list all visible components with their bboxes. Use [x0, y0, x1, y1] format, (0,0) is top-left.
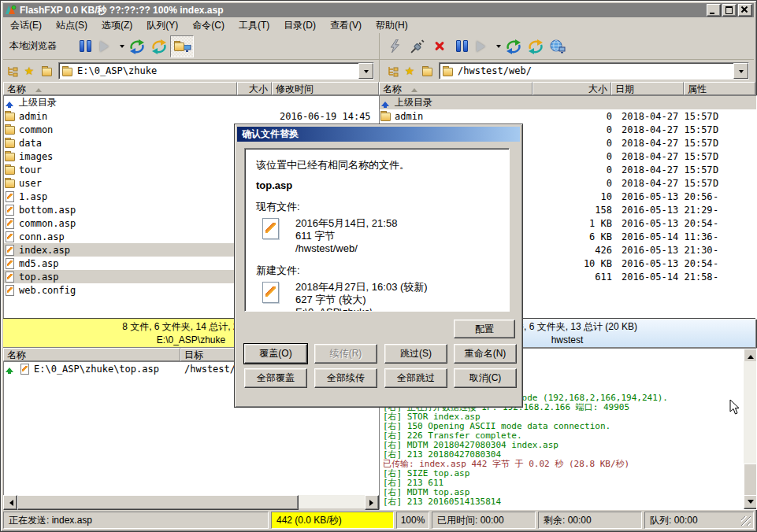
column-label: 目标 [184, 349, 203, 362]
flashfxp-window: FlashFXP 0.0 KB/秒 ??:??:?? 100% index.as… [0, 0, 757, 532]
rename-button[interactable]: 重命名(N) [454, 344, 517, 364]
menu-item-8[interactable]: 帮助(H) [369, 17, 415, 34]
menu-item-6[interactable]: 目录(D) [276, 17, 323, 34]
file-row[interactable]: 上级目录 [4, 96, 380, 109]
close-button[interactable] [738, 4, 752, 17]
local-folder-up-button[interactable]: ↑ [38, 63, 55, 79]
skip-all-button[interactable]: 全部跳过 [384, 368, 447, 388]
existing-file-size: 611 字节 [295, 230, 397, 242]
file-row[interactable]: 上级目录 [380, 96, 756, 109]
local-go-button[interactable] [96, 36, 118, 57]
remote-column-name[interactable]: 名称 [379, 82, 532, 95]
new-file-path: E:\0_ASP\zhuke\ [295, 306, 428, 312]
remote-transfer-button[interactable] [503, 36, 525, 57]
remote-site-button[interactable] [547, 36, 569, 57]
status-elapsed: 已用时间: 00:00 [432, 512, 536, 529]
file-size: 10 KB [533, 258, 612, 269]
config-button[interactable]: 配置 [454, 320, 515, 338]
menu-item-4[interactable]: 命令(C) [185, 17, 232, 34]
local-go-dropdown[interactable] [118, 36, 126, 57]
remote-column-date[interactable]: 日期 [611, 82, 684, 95]
file-attr: - [708, 258, 718, 269]
remote-disconnect-button[interactable] [429, 36, 451, 57]
remote-path-dropdown[interactable] [733, 63, 748, 79]
overwrite-button[interactable]: 覆盖(O) [244, 344, 307, 364]
remote-column-size[interactable]: 大小 [532, 82, 611, 95]
remote-refresh-button[interactable] [525, 36, 547, 57]
file-attr: D [708, 138, 718, 149]
dialog-title-bar[interactable]: 确认文件替换 [237, 127, 520, 142]
local-column-date[interactable]: 修改时间 [272, 82, 379, 95]
local-path-combo[interactable]: E:\0_ASP\zhuke [58, 62, 374, 79]
remote-quickconnect-button[interactable] [384, 36, 406, 57]
menu-item-2[interactable]: 选项(Z) [95, 17, 139, 34]
file-name-cell: common.asp [4, 217, 238, 229]
scroll-thumb[interactable] [744, 464, 757, 497]
file-date: 2018-04-27 15:57 [612, 138, 708, 149]
skip-button[interactable]: 跳过(S) [384, 344, 447, 364]
folder-icon [61, 65, 74, 77]
local-pause-button[interactable] [74, 36, 96, 57]
queue-column-name[interactable]: 名称 [3, 348, 180, 361]
menu-item-3[interactable]: 队列(Y) [139, 17, 185, 34]
file-size: 10 [533, 191, 612, 202]
new-file-size: 627 字节 (较大) [295, 294, 428, 306]
local-browser-toggle-button[interactable] [170, 35, 194, 57]
file-name-cell: conn.asp [4, 231, 238, 242]
local-path-bar: ★ ↑ E:\0_ASP\zhuke [3, 60, 380, 82]
file-date: 2016-05-14 11:36 [612, 231, 708, 242]
local-refresh-button[interactable] [148, 36, 170, 57]
file-name: common [19, 124, 53, 135]
remote-pause-button[interactable] [451, 36, 473, 57]
file-date: 2018-04-27 15:57 [612, 111, 708, 122]
remote-bookmarks-button[interactable]: ★ [401, 63, 418, 79]
file-name-cell: admin [4, 110, 238, 122]
minimize-button[interactable] [707, 4, 721, 17]
local-bookmarks-button[interactable]: ★ [20, 63, 38, 79]
local-column-name[interactable]: 名称 [3, 82, 237, 95]
cancel-button[interactable]: 取消(C) [454, 368, 517, 388]
file-row[interactable]: admin2016-06-19 14:45 [4, 109, 380, 123]
overwrite-all-button[interactable]: 全部覆盖 [244, 368, 307, 388]
log-vscrollbar[interactable] [744, 349, 756, 509]
queue-source: E:\0_ASP\zhuke\top.asp [34, 364, 159, 375]
maximize-button[interactable] [722, 4, 737, 17]
tree-icon [6, 65, 18, 77]
remote-column-attr[interactable]: 属性 [684, 82, 755, 95]
menu-item-0[interactable]: 会话(E) [3, 17, 49, 34]
file-icon [19, 363, 32, 375]
scroll-track[interactable] [299, 495, 365, 508]
file-icon [4, 257, 17, 269]
local-column-size[interactable]: 大小 [237, 82, 272, 95]
file-icon [4, 231, 17, 242]
scroll-thumb[interactable] [17, 495, 299, 510]
remote-connect-button[interactable] [406, 36, 429, 57]
scroll-down-button[interactable] [744, 495, 757, 509]
local-list-header: 名称 大小 修改时间 [3, 82, 379, 95]
file-size: 0 [533, 111, 612, 122]
menu-item-1[interactable]: 站点(S) [49, 17, 95, 34]
file-name-cell: 上级目录 [4, 96, 238, 109]
file-date: 2016-05-13 20:56 [612, 191, 708, 202]
file-date: 2016-05-13 21:30 [612, 245, 708, 256]
remote-folder-up-button[interactable]: ↑ [418, 63, 436, 79]
menu-item-5[interactable]: 工具(T) [232, 17, 276, 34]
local-transfer-button[interactable] [126, 36, 148, 57]
remote-go-button[interactable] [473, 36, 495, 57]
local-path-dropdown[interactable] [358, 63, 373, 79]
remote-path-combo[interactable]: /hwstest/web/ [439, 62, 749, 79]
scroll-left-button[interactable] [3, 495, 17, 510]
local-tree-button[interactable] [3, 63, 20, 79]
column-label: 名称 [383, 83, 402, 96]
resize-grip[interactable] [741, 516, 751, 526]
remote-go-dropdown[interactable] [495, 36, 503, 57]
remote-tree-button[interactable] [384, 63, 401, 79]
queue-hscrollbar[interactable] [3, 495, 379, 508]
transfer-icon [505, 39, 522, 54]
file-row[interactable]: admin02018-04-27 15:57D [380, 109, 756, 123]
scroll-right-button[interactable] [365, 495, 379, 510]
menu-item-7[interactable]: 查看(V) [323, 17, 369, 34]
new-file-info: 2018年4月27日, 16:03 (较新) 627 字节 (较大) E:\0_… [256, 281, 498, 312]
resume-all-button[interactable]: 全部续传 [314, 368, 377, 388]
file-icon [4, 244, 17, 256]
